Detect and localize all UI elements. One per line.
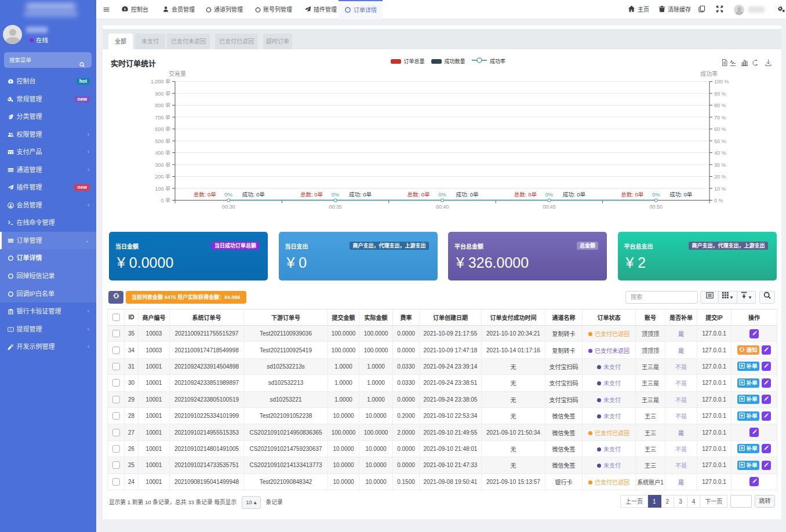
svg-text:成功: 0单: 成功: 0单 <box>349 191 372 198</box>
svg-text:0%: 0% <box>332 191 340 198</box>
svg-text:0%: 0% <box>224 191 232 198</box>
svg-text:成功: 0单: 成功: 0单 <box>563 191 586 198</box>
svg-text:总数: 0单: 总数: 0单 <box>300 191 323 198</box>
svg-text:成功: 0单: 成功: 0单 <box>669 191 693 198</box>
svg-text:30 %: 30 % <box>714 162 726 168</box>
svg-text:00:35: 00:35 <box>329 204 342 210</box>
svg-text:0 单: 0 单 <box>161 197 170 203</box>
svg-text:900 单: 900 单 <box>155 90 170 97</box>
svg-text:80 %: 80 % <box>714 103 726 108</box>
svg-text:90 %: 90 % <box>714 91 726 97</box>
svg-text:600 单: 600 单 <box>155 126 170 132</box>
svg-text:0 %: 0 % <box>714 198 723 203</box>
svg-text:成功率: 成功率 <box>700 70 718 77</box>
svg-text:200 单: 200 单 <box>155 173 170 180</box>
svg-text:20 %: 20 % <box>714 174 726 180</box>
svg-text:0%: 0% <box>545 191 554 198</box>
svg-text:500 单: 500 单 <box>155 138 170 144</box>
svg-text:700 单: 700 单 <box>155 114 170 121</box>
svg-text:40 %: 40 % <box>714 150 726 156</box>
svg-text:总数: 0单: 总数: 0单 <box>407 191 430 198</box>
svg-text:00:30: 00:30 <box>222 204 235 210</box>
svg-text:0%: 0% <box>652 191 660 198</box>
svg-text:70 %: 70 % <box>714 115 726 121</box>
svg-text:总数: 0单: 总数: 0单 <box>194 191 217 198</box>
svg-text:成功: 0单: 成功: 0单 <box>456 191 479 198</box>
svg-text:交易量: 交易量 <box>169 70 186 77</box>
svg-text:50 %: 50 % <box>714 139 726 144</box>
svg-text:00:45: 00:45 <box>543 204 556 210</box>
svg-text:¥: ¥ <box>10 328 12 331</box>
svg-text:60 %: 60 % <box>714 126 726 132</box>
svg-text:300 单: 300 单 <box>155 162 170 168</box>
svg-text:成功: 0单: 成功: 0单 <box>242 191 265 198</box>
svg-text:400 单: 400 单 <box>155 150 170 156</box>
svg-text:总数: 0单: 总数: 0单 <box>621 191 644 198</box>
svg-text:00:50: 00:50 <box>650 204 663 210</box>
svg-text:总数: 0单: 总数: 0单 <box>514 191 537 198</box>
svg-text:1,000 单: 1,000 单 <box>151 78 170 85</box>
svg-text:100 单: 100 单 <box>155 185 170 192</box>
svg-text:10 %: 10 % <box>714 186 726 192</box>
svg-text:00:40: 00:40 <box>436 204 449 210</box>
svg-text:800 单: 800 单 <box>155 102 170 108</box>
svg-text:0%: 0% <box>438 191 446 198</box>
svg-text:100 %: 100 % <box>714 79 729 85</box>
